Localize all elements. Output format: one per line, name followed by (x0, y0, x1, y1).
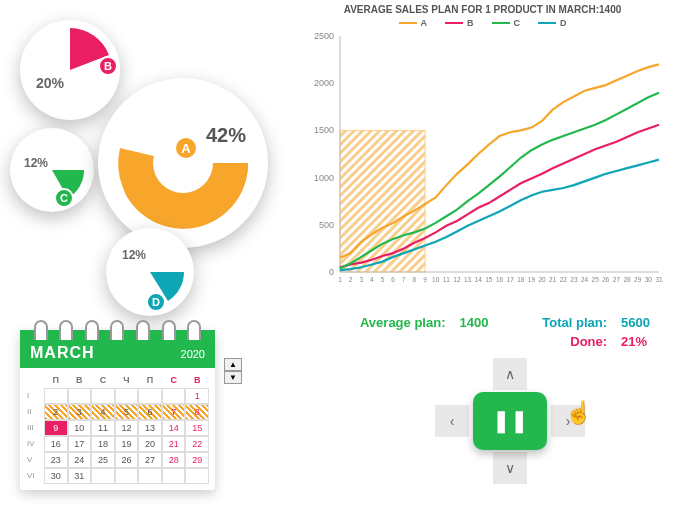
svg-text:26: 26 (602, 276, 610, 283)
calendar-day[interactable]: 24 (68, 452, 92, 468)
pad-left-button[interactable]: ‹ (435, 405, 469, 437)
svg-text:6: 6 (391, 276, 395, 283)
calendar-day[interactable] (91, 468, 115, 484)
calendar-day[interactable]: 27 (138, 452, 162, 468)
calendar-day[interactable]: 20 (138, 436, 162, 452)
pie-charts-panel: 20% B 12% C 42% A 12% D (10, 10, 290, 310)
calendar-day[interactable]: 28 (162, 452, 186, 468)
svg-text:10: 10 (432, 276, 440, 283)
svg-text:0: 0 (329, 267, 334, 277)
line-chart: AVERAGE SALES PLAN FOR 1 PRODUCT IN MARC… (300, 4, 665, 304)
calendar-day[interactable] (115, 388, 139, 404)
calendar-day[interactable]: 5 (115, 404, 139, 420)
calendar-day[interactable]: 23 (44, 452, 68, 468)
pie-d: 12% D (106, 228, 194, 316)
svg-text:30: 30 (645, 276, 653, 283)
svg-text:15: 15 (485, 276, 493, 283)
calendar-day[interactable]: 18 (91, 436, 115, 452)
calendar-day[interactable] (138, 468, 162, 484)
svg-text:2000: 2000 (314, 78, 334, 88)
avg-plan-value: 1400 (459, 315, 508, 330)
calendar-month: MARCH (30, 344, 95, 362)
calendar-day[interactable]: 16 (44, 436, 68, 452)
calendar-day[interactable]: 17 (68, 436, 92, 452)
calendar-day[interactable]: 6 (138, 404, 162, 420)
pie-c-pct: 12% (24, 156, 48, 170)
svg-text:2500: 2500 (314, 31, 334, 41)
calendar-day[interactable]: 13 (138, 420, 162, 436)
calendar-day[interactable]: 26 (115, 452, 139, 468)
chart-title: AVERAGE SALES PLAN FOR 1 PRODUCT IN MARC… (300, 4, 665, 15)
calendar-day[interactable]: 14 (162, 420, 186, 436)
pie-c: 12% C (10, 128, 94, 212)
calendar-day[interactable]: 4 (91, 404, 115, 420)
svg-text:3: 3 (359, 276, 363, 283)
calendar-day[interactable]: 3 (68, 404, 92, 420)
calendar-spinner[interactable]: ▲ ▼ (224, 358, 242, 384)
svg-text:31: 31 (655, 276, 663, 283)
calendar-day[interactable] (68, 388, 92, 404)
pie-c-badge: C (54, 188, 74, 208)
avg-plan-label: Average plan: (340, 315, 445, 330)
calendar-rings (28, 320, 207, 340)
calendar-day[interactable] (162, 468, 186, 484)
legend-c: C (492, 18, 521, 28)
svg-text:13: 13 (464, 276, 472, 283)
svg-text:16: 16 (496, 276, 504, 283)
svg-text:20: 20 (538, 276, 546, 283)
calendar-day[interactable]: 29 (185, 452, 209, 468)
calendar-day[interactable] (91, 388, 115, 404)
total-plan-value: 5600 (621, 315, 670, 330)
calendar-day[interactable]: 30 (44, 468, 68, 484)
pie-d-pct: 12% (122, 248, 146, 262)
control-pad: ∧ ∨ ‹ › ❚❚ (435, 358, 585, 488)
calendar-day[interactable]: 19 (115, 436, 139, 452)
svg-text:24: 24 (581, 276, 589, 283)
calendar-day[interactable]: 15 (185, 420, 209, 436)
svg-text:18: 18 (517, 276, 525, 283)
svg-text:12: 12 (453, 276, 461, 283)
pad-down-button[interactable]: ∨ (493, 452, 527, 484)
pie-a-pct: 42% (206, 124, 246, 147)
calendar-day[interactable]: 11 (91, 420, 115, 436)
svg-text:22: 22 (560, 276, 568, 283)
svg-text:27: 27 (613, 276, 621, 283)
svg-text:25: 25 (592, 276, 600, 283)
calendar-day[interactable]: 8 (185, 404, 209, 420)
calendar-day[interactable] (115, 468, 139, 484)
total-plan-label: Total plan: (522, 315, 607, 330)
calendar-day[interactable]: 2 (44, 404, 68, 420)
calendar-day[interactable]: 7 (162, 404, 186, 420)
legend-b: B (445, 18, 474, 28)
pad-pause-button[interactable]: ❚❚ (473, 392, 547, 450)
calendar-day[interactable] (138, 388, 162, 404)
svg-text:1: 1 (338, 276, 342, 283)
calendar-day[interactable]: 10 (68, 420, 92, 436)
pad-up-button[interactable]: ∧ (493, 358, 527, 390)
calendar-day[interactable] (185, 468, 209, 484)
cursor-hand-icon: ☝ (565, 400, 592, 426)
calendar-day[interactable]: 1 (185, 388, 209, 404)
svg-text:1000: 1000 (314, 173, 334, 183)
calendar-day[interactable]: 9 (44, 420, 68, 436)
svg-text:29: 29 (634, 276, 642, 283)
calendar-day[interactable]: 31 (68, 468, 92, 484)
calendar-day[interactable] (44, 388, 68, 404)
calendar-day[interactable]: 22 (185, 436, 209, 452)
calendar-day[interactable] (162, 388, 186, 404)
calendar-grid[interactable]: ПВСЧПСВI1II2345678III9101112131415IV1617… (20, 368, 215, 484)
pie-d-badge: D (146, 292, 166, 312)
svg-text:28: 28 (623, 276, 631, 283)
calendar-day[interactable]: 25 (91, 452, 115, 468)
svg-text:500: 500 (319, 220, 334, 230)
svg-text:2: 2 (349, 276, 353, 283)
svg-text:4: 4 (370, 276, 374, 283)
svg-text:14: 14 (475, 276, 483, 283)
done-label: Done: (522, 334, 607, 349)
calendar-day[interactable]: 12 (115, 420, 139, 436)
done-value: 21% (621, 334, 670, 349)
spinner-up-button[interactable]: ▲ (224, 358, 242, 371)
spinner-down-button[interactable]: ▼ (224, 371, 242, 384)
svg-text:7: 7 (402, 276, 406, 283)
calendar-day[interactable]: 21 (162, 436, 186, 452)
